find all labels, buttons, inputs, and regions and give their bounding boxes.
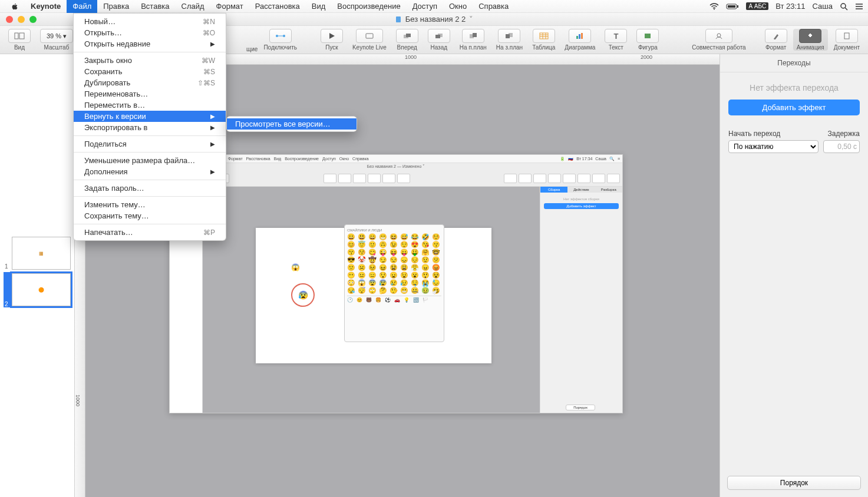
mi-addons[interactable]: Дополнения▶	[74, 166, 226, 177]
svg-rect-9	[396, 16, 401, 22]
tb-keynote-live[interactable]: Keynote Live	[349, 29, 390, 51]
tb-animation[interactable]: Анимация	[793, 29, 828, 51]
start-transition-select[interactable]: По нажатию	[728, 140, 819, 153]
tb-collaborate[interactable]: Совместная работа	[688, 29, 750, 51]
title-dropdown-icon[interactable]: ˅	[469, 15, 473, 24]
menu-insert[interactable]: Вставка	[135, 0, 175, 13]
svg-rect-15	[366, 34, 373, 38]
menu-arrange[interactable]: Расстановка	[249, 0, 306, 13]
revert-submenu: Просмотреть все версии…	[226, 116, 357, 132]
mi-print[interactable]: Напечатать…⌘P	[74, 227, 226, 238]
file-menu-dropdown: Новый…⌘N Открыть…⌘O Открыть недавние▶ За…	[73, 13, 226, 241]
wifi-icon[interactable]	[709, 3, 719, 10]
svg-point-33	[717, 34, 721, 37]
start-transition-label: Начать переход	[728, 130, 780, 138]
window-title[interactable]: Без названия 2 2	[405, 15, 466, 24]
clock[interactable]: Вт 23:11	[775, 2, 805, 11]
mac-menubar: Keynote Файл Правка Вставка Слайд Формат…	[0, 0, 868, 13]
add-effect-button[interactable]: Добавить эффект	[728, 100, 860, 115]
emb-menubar: ПравкаВставкаСлайдФорматРасстановкаВидВо…	[170, 155, 622, 163]
svg-rect-24	[540, 33, 548, 39]
tb-table[interactable]: Таблица	[529, 29, 559, 51]
mi-revert[interactable]: Вернуть к версии▶	[74, 111, 226, 122]
emb-title: Без названия 2 — Изменено ˅	[170, 163, 622, 170]
tb-zoom[interactable]: 39 %▾Масштаб	[37, 29, 77, 51]
tb-back[interactable]: Назад	[424, 29, 454, 51]
mi-export[interactable]: Экспортировать в▶	[74, 122, 226, 133]
mi-change-theme[interactable]: Изменить тему…	[74, 199, 226, 210]
zoom-window-button[interactable]	[29, 16, 37, 23]
menu-window[interactable]: Окно	[443, 0, 473, 13]
svg-rect-2	[728, 5, 735, 8]
mi-password[interactable]: Задать пароль…	[74, 183, 226, 194]
emb-toolbar	[170, 170, 622, 187]
tb-front-plane[interactable]: На п.план	[456, 29, 490, 51]
mi-save[interactable]: Сохранить⌘S	[74, 66, 226, 77]
mi-reduce-file[interactable]: Уменьшение размера файла…	[74, 155, 226, 166]
mi-close[interactable]: Закрыть окно⌘W	[74, 55, 226, 66]
slide-navigator: ▦ 1 🟠 2	[0, 54, 75, 497]
battery-icon[interactable]	[726, 3, 739, 10]
close-window-button[interactable]	[6, 16, 13, 23]
delay-field[interactable]	[823, 140, 860, 153]
inspector-tab-transitions[interactable]: Переходы	[720, 54, 868, 72]
tb-shape[interactable]: Фигура	[633, 29, 662, 51]
svg-rect-19	[435, 35, 440, 38]
user-name[interactable]: Саша	[813, 2, 833, 11]
delay-label: Задержка	[828, 130, 860, 138]
mi-rename[interactable]: Переименовать…	[74, 88, 226, 100]
menu-help[interactable]: Справка	[473, 0, 514, 13]
svg-rect-31	[581, 33, 583, 39]
apple-menu[interactable]	[5, 0, 25, 13]
order-button[interactable]: Порядок	[727, 476, 861, 490]
spotlight-icon[interactable]	[840, 2, 848, 11]
menu-edit[interactable]: Правка	[97, 0, 135, 13]
mi-open-recent[interactable]: Открыть недавние▶	[74, 38, 226, 49]
mi-save-theme[interactable]: Сохранить тему…	[74, 210, 226, 221]
slide-thumb-2[interactable]: 🟠 2	[4, 272, 71, 307]
emb-emoji-1: 😱	[291, 263, 300, 271]
tb-connect[interactable]: Подключить	[260, 29, 301, 51]
svg-rect-32	[645, 34, 651, 38]
mi-duplicate[interactable]: Дублировать⇧⌘S	[74, 77, 226, 88]
mi-moveto[interactable]: Переместить в…	[74, 100, 226, 111]
menu-share[interactable]: Доступ	[407, 0, 443, 13]
emb-circled-emoji: 😰	[291, 283, 315, 307]
svg-line-5	[845, 8, 847, 10]
menu-extras-icon[interactable]	[855, 3, 863, 10]
tb-back-plane[interactable]: На з.план	[493, 29, 526, 51]
menu-view[interactable]: Вид	[306, 0, 332, 13]
tb-chart[interactable]: Диаграмма	[561, 29, 599, 51]
menu-format[interactable]: Формат	[210, 0, 249, 13]
svg-point-12	[276, 35, 278, 37]
svg-rect-30	[579, 34, 580, 39]
input-source-badge[interactable]: А АБС	[746, 2, 768, 10]
mi-new[interactable]: Новый…⌘N	[74, 16, 226, 27]
menu-file[interactable]: Файл	[67, 0, 97, 13]
embedded-screenshot: ПравкаВставкаСлайдФорматРасстановкаВидВо…	[169, 154, 623, 413]
svg-point-4	[841, 4, 846, 8]
svg-rect-29	[576, 36, 578, 39]
document-icon	[395, 16, 402, 23]
menu-play[interactable]: Воспроизведение	[331, 0, 406, 13]
inspector-panel: Переходы Нет эффекта перехода Добавить э…	[720, 54, 868, 497]
mi-open[interactable]: Открыть…⌘O	[74, 27, 226, 38]
slide-thumb-1[interactable]: ▦ 1	[4, 237, 71, 270]
tb-play[interactable]: Пуск	[317, 29, 346, 51]
tb-text[interactable]: TТекст	[601, 29, 631, 51]
mi-browse-versions[interactable]: Просмотреть все версии…	[227, 118, 357, 130]
mi-share[interactable]: Поделиться▶	[74, 138, 226, 150]
minimize-window-button[interactable]	[18, 16, 25, 23]
svg-rect-3	[737, 5, 738, 8]
tb-view[interactable]: Вид	[5, 29, 34, 51]
tb-document[interactable]: Документ	[830, 29, 863, 51]
app-name[interactable]: Keynote	[25, 0, 67, 13]
tb-format[interactable]: Формат	[761, 29, 791, 51]
tb-forward[interactable]: Вперед	[392, 29, 422, 51]
svg-rect-10	[15, 33, 18, 39]
emb-emoji-picker: СМАЙЛИКИ И ЛЮДИ 😀😃😄😁😆😅😂🤣☺️😊😇🙂🙃😉😌😍😘😗😙😚😋😜😝…	[344, 224, 444, 342]
menu-slide[interactable]: Слайд	[176, 0, 210, 13]
svg-rect-21	[473, 33, 477, 37]
svg-rect-34	[844, 33, 849, 39]
svg-point-0	[714, 8, 715, 9]
